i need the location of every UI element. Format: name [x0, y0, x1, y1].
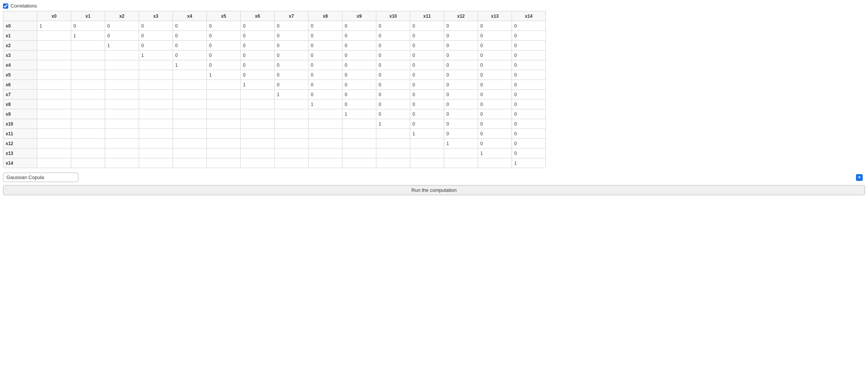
- table-cell[interactable]: 0: [376, 70, 410, 80]
- table-cell[interactable]: [241, 119, 275, 129]
- table-cell[interactable]: 0: [342, 100, 376, 109]
- table-cell[interactable]: 0: [444, 80, 478, 90]
- table-cell[interactable]: [207, 100, 241, 109]
- table-cell[interactable]: [105, 90, 139, 100]
- table-cell[interactable]: 1: [241, 80, 275, 90]
- table-cell[interactable]: 0: [309, 90, 342, 100]
- table-cell[interactable]: 0: [410, 80, 444, 90]
- table-cell[interactable]: [410, 139, 444, 148]
- table-cell[interactable]: 0: [275, 41, 309, 51]
- table-cell[interactable]: 0: [512, 41, 546, 51]
- table-cell[interactable]: 0: [478, 51, 512, 60]
- table-cell[interactable]: [173, 148, 207, 158]
- table-cell[interactable]: 0: [478, 70, 512, 80]
- table-cell[interactable]: [71, 148, 105, 158]
- table-cell[interactable]: [105, 109, 139, 119]
- table-cell[interactable]: [37, 100, 71, 109]
- table-cell[interactable]: 0: [105, 31, 139, 41]
- table-cell[interactable]: [71, 129, 105, 139]
- table-cell[interactable]: [105, 70, 139, 80]
- table-cell[interactable]: [105, 51, 139, 60]
- table-cell[interactable]: 0: [309, 80, 342, 90]
- table-cell[interactable]: 0: [444, 90, 478, 100]
- table-cell[interactable]: 0: [241, 41, 275, 51]
- table-cell[interactable]: [241, 100, 275, 109]
- table-cell[interactable]: [37, 90, 71, 100]
- table-cell[interactable]: 0: [207, 41, 241, 51]
- table-cell[interactable]: 0: [173, 51, 207, 60]
- table-cell[interactable]: 0: [410, 90, 444, 100]
- table-cell[interactable]: 0: [342, 31, 376, 41]
- table-cell[interactable]: [37, 148, 71, 158]
- table-cell[interactable]: [207, 109, 241, 119]
- table-cell[interactable]: 0: [207, 60, 241, 70]
- table-cell[interactable]: 0: [376, 41, 410, 51]
- table-cell[interactable]: 0: [444, 129, 478, 139]
- table-cell[interactable]: 0: [275, 51, 309, 60]
- table-cell[interactable]: 0: [512, 80, 546, 90]
- table-cell[interactable]: 0: [444, 60, 478, 70]
- table-cell[interactable]: 0: [241, 21, 275, 31]
- table-cell[interactable]: 0: [309, 70, 342, 80]
- table-cell[interactable]: 0: [444, 100, 478, 109]
- table-cell[interactable]: [376, 148, 410, 158]
- table-cell[interactable]: 0: [410, 119, 444, 129]
- table-cell[interactable]: [309, 109, 342, 119]
- table-cell[interactable]: [139, 100, 173, 109]
- table-cell[interactable]: [37, 139, 71, 148]
- table-cell[interactable]: [105, 158, 139, 168]
- table-cell[interactable]: 0: [410, 21, 444, 31]
- table-cell[interactable]: [207, 158, 241, 168]
- table-cell[interactable]: [478, 158, 512, 168]
- table-cell[interactable]: 0: [275, 70, 309, 80]
- table-cell[interactable]: 0: [512, 21, 546, 31]
- table-cell[interactable]: [71, 51, 105, 60]
- table-cell[interactable]: [139, 60, 173, 70]
- table-cell[interactable]: [173, 158, 207, 168]
- table-cell[interactable]: 0: [173, 21, 207, 31]
- table-cell[interactable]: [241, 109, 275, 119]
- table-cell[interactable]: 0: [410, 60, 444, 70]
- table-cell[interactable]: [139, 158, 173, 168]
- table-cell[interactable]: 0: [478, 31, 512, 41]
- table-cell[interactable]: [173, 70, 207, 80]
- table-cell[interactable]: 1: [105, 41, 139, 51]
- table-cell[interactable]: 1: [173, 60, 207, 70]
- table-cell[interactable]: [139, 148, 173, 158]
- table-cell[interactable]: 0: [478, 80, 512, 90]
- table-cell[interactable]: 0: [207, 51, 241, 60]
- table-cell[interactable]: [309, 119, 342, 129]
- table-cell[interactable]: 0: [444, 51, 478, 60]
- table-cell[interactable]: [139, 139, 173, 148]
- table-cell[interactable]: 0: [478, 60, 512, 70]
- table-cell[interactable]: [105, 100, 139, 109]
- table-cell[interactable]: 0: [478, 129, 512, 139]
- table-cell[interactable]: 0: [139, 31, 173, 41]
- table-cell[interactable]: 0: [376, 21, 410, 31]
- table-cell[interactable]: 1: [309, 100, 342, 109]
- table-cell[interactable]: [71, 139, 105, 148]
- table-cell[interactable]: 0: [444, 21, 478, 31]
- table-cell[interactable]: [37, 129, 71, 139]
- table-cell[interactable]: 1: [275, 90, 309, 100]
- table-cell[interactable]: [37, 70, 71, 80]
- table-cell[interactable]: [207, 129, 241, 139]
- table-cell[interactable]: 1: [37, 21, 71, 31]
- table-cell[interactable]: 0: [342, 21, 376, 31]
- table-cell[interactable]: [105, 60, 139, 70]
- table-cell[interactable]: 0: [309, 21, 342, 31]
- table-cell[interactable]: 0: [105, 21, 139, 31]
- table-cell[interactable]: [37, 41, 71, 51]
- table-cell[interactable]: 0: [376, 51, 410, 60]
- correlations-checkbox[interactable]: [3, 3, 8, 9]
- table-cell[interactable]: 0: [410, 100, 444, 109]
- table-cell[interactable]: 1: [444, 139, 478, 148]
- table-cell[interactable]: [71, 70, 105, 80]
- table-cell[interactable]: [37, 31, 71, 41]
- table-cell[interactable]: 0: [376, 90, 410, 100]
- table-cell[interactable]: [444, 158, 478, 168]
- table-cell[interactable]: [275, 139, 309, 148]
- table-cell[interactable]: 0: [512, 100, 546, 109]
- table-cell[interactable]: 0: [241, 51, 275, 60]
- table-cell[interactable]: [207, 90, 241, 100]
